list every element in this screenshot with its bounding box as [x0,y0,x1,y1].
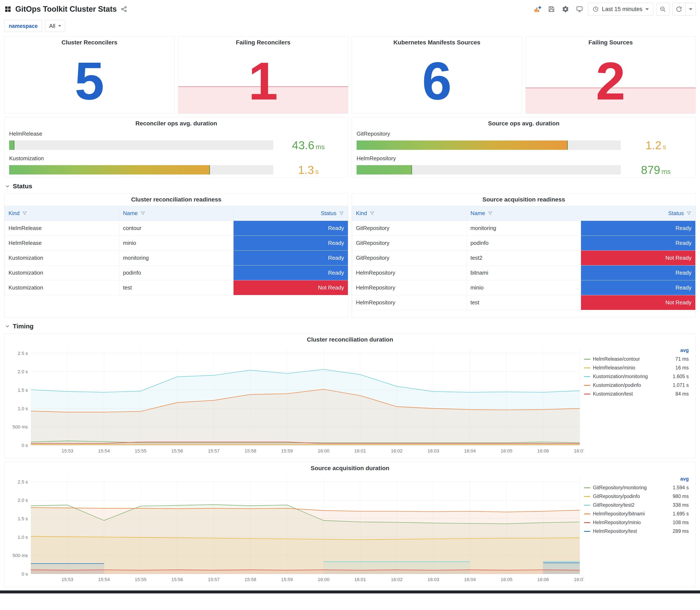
legend-item[interactable]: HelmRepository/bitnami1.695 s [584,511,689,517]
gauge-rows: GitRepository1.2sHelmRepository879ms [352,130,696,176]
panel-title[interactable]: Failing Reconcilers [178,36,348,49]
section-toggle-status[interactable]: Status [4,181,696,193]
page-title: GitOps Toolkit Cluster Stats [15,5,117,14]
clock-icon [592,6,599,12]
refresh-icon [675,6,682,13]
section-toggle-timing[interactable]: Timing [4,321,696,333]
variable-label-namespace[interactable]: namespace [4,20,42,32]
panel-title[interactable]: Source ops avg. duration [352,117,696,130]
dashboard-grid-icon[interactable] [4,5,12,13]
gauge-line: 1.2s [357,139,691,152]
bar-gauge-panel: Source ops avg. durationGitRepository1.2… [352,117,696,177]
cell-name: monitoring [467,221,581,236]
filter-icon[interactable] [140,211,145,216]
cell-status: Ready [581,280,696,295]
filter-icon[interactable] [370,211,375,216]
svg-text:15:58: 15:58 [245,577,256,582]
legend-series-name: GitRepository/podinfo [593,494,640,499]
column-header-kind[interactable]: Kind [5,206,119,221]
zoom-out-button[interactable] [656,3,669,16]
status-badge: Not Ready [233,280,348,295]
time-series-plot[interactable]: 15:5315:5415:5515:5615:5715:5815:5916:00… [7,346,584,455]
gauge-value: 879ms [621,163,691,176]
gauge-value: 1.2s [621,139,691,152]
legend-series-color [584,496,590,497]
filter-icon[interactable] [686,211,691,216]
refresh-interval-dropdown[interactable] [685,3,696,15]
svg-text:500 ms: 500 ms [13,553,28,558]
legend-series-color [584,514,590,514]
refresh-button[interactable] [672,3,685,15]
legend-item[interactable]: Kustomization/podinfo1.071 s [584,382,689,388]
gauge-value-unit: s [663,143,666,151]
panel-title[interactable]: Cluster Reconcilers [4,36,175,49]
stat-value: 5 [75,54,104,108]
stat-body: 6 [352,49,522,113]
dashboard-settings-button[interactable] [560,4,571,15]
cycle-view-mode-button[interactable] [574,4,585,15]
variable-value: All [49,23,55,29]
legend-item[interactable]: Kustomization/monitoring1.605 s [584,374,689,380]
panel-title[interactable]: Source acquisition duration [4,462,696,475]
filter-icon[interactable] [488,211,493,216]
table-header-row: KindNameStatus [5,206,348,221]
cell-name: monitoring [119,251,233,266]
column-header-name[interactable]: Name [467,206,581,221]
svg-text:16:00: 16:00 [318,448,329,453]
status-badge: Ready [581,280,695,295]
legend-item[interactable]: GitRepository/monitoring1.594 s [584,485,689,491]
status-badge: Ready [233,236,348,251]
svg-text:15:59: 15:59 [281,577,293,582]
readiness-table: KindNameStatusGitRepositorymonitoringRea… [352,206,696,310]
legend-item[interactable]: HelmRelease/contour71 ms [584,356,689,362]
svg-text:1.5 s: 1.5 s [18,387,28,393]
filter-icon[interactable] [339,211,344,216]
legend-series-avg: 84 ms [672,391,689,397]
add-panel-button[interactable] [532,4,543,15]
panel-source-acquisition-duration: Source acquisition duration 15:5315:5415… [4,462,696,587]
legend-series-name: Kustomization/monitoring [593,374,648,380]
svg-text:15:56: 15:56 [171,577,183,582]
panel-title[interactable]: Failing Sources [526,36,696,49]
time-series-plot[interactable]: 15:5315:5415:5515:5615:5715:5815:5916:00… [7,475,584,584]
cell-status: Ready [233,236,348,251]
cell-status: Ready [233,251,348,266]
legend-item[interactable]: Kustomization/test84 ms [584,391,689,397]
save-dashboard-button[interactable] [546,4,557,15]
panel-title[interactable]: Reconciler ops avg. duration [4,117,348,130]
legend-series-color [584,522,590,523]
legend-item[interactable]: GitRepository/podinfo980 ms [584,494,689,499]
chevron-down-icon [646,8,649,10]
column-header-label: Name [471,210,485,216]
gauge-label: GitRepository [357,130,691,137]
panel-title[interactable]: Source acquisition readiness [352,193,696,206]
legend-item[interactable]: HelmRepository/minio108 ms [584,520,689,525]
legend-item[interactable]: HelmRelease/minio16 ms [584,365,689,371]
column-header-status[interactable]: Status [233,206,348,221]
time-range-label: Last 15 minutes [602,6,642,13]
bar-gauge-panel: Reconciler ops avg. durationHelmRelease4… [4,117,348,177]
status-badge: Not Ready [581,251,695,265]
gauge-value-number: 879 [641,163,660,176]
cell-name: minio [467,280,581,295]
variable-value-dropdown[interactable]: All [45,20,65,32]
panel-title[interactable]: Cluster reconciliation duration [4,334,696,346]
gauge-line: 1.3s [9,163,343,176]
gauge-track [357,165,621,175]
legend-item[interactable]: GitRepository/test2338 ms [584,502,689,508]
legend-item[interactable]: HelmRepository/test289 ms [584,528,689,534]
svg-text:1.0 s: 1.0 s [18,534,28,540]
column-header-name[interactable]: Name [119,206,233,221]
column-header-status[interactable]: Status [581,206,696,221]
column-header-kind[interactable]: Kind [352,206,467,221]
cell-kind: Kustomization [5,251,119,266]
cell-kind: GitRepository [352,251,467,266]
gauge-line: 879ms [357,163,691,176]
share-icon[interactable] [120,6,127,13]
panel-title[interactable]: Kubernetes Manifests Sources [352,36,522,49]
time-range-picker[interactable]: Last 15 minutes [588,3,653,16]
panel-title[interactable]: Cluster reconciliation readiness [4,193,348,206]
filter-icon[interactable] [22,211,27,216]
legend-series-name: HelmRepository/test [593,528,637,534]
stat-panel: Failing Reconcilers1 [178,36,348,114]
